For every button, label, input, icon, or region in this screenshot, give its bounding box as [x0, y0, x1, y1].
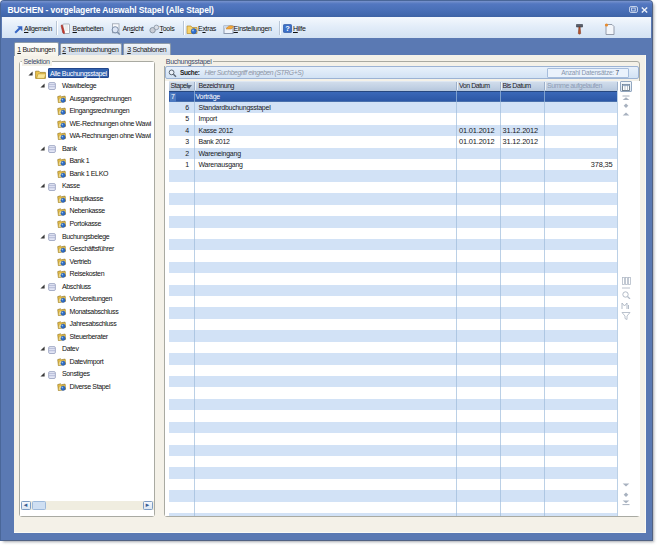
svg-text:?: ? [285, 24, 290, 33]
